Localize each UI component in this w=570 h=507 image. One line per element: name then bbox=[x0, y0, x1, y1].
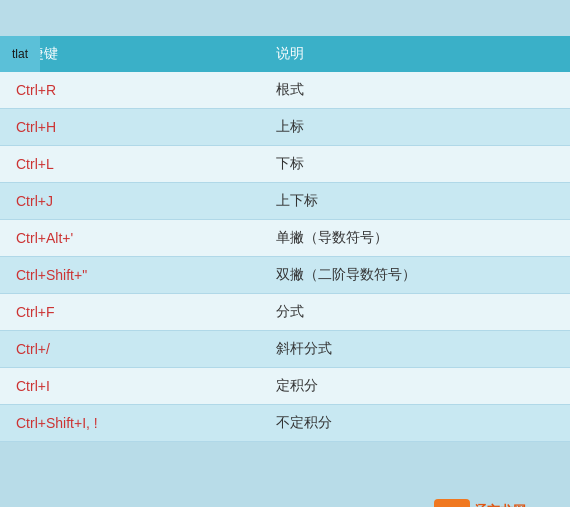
cell-shortcut: Ctrl+H bbox=[0, 109, 260, 146]
table-row: Ctrl+Shift+"双撇（二阶导数符号） bbox=[0, 257, 570, 294]
app-title-bar: tlat bbox=[0, 36, 40, 72]
table-row: Ctrl+L下标 bbox=[0, 146, 570, 183]
main-container: tlat 快捷键 说明 Ctrl+R根式Ctrl+H上标Ctrl+L下标Ctrl… bbox=[0, 36, 570, 507]
cell-description: 斜杆分式 bbox=[260, 331, 570, 368]
watermark-icon: ⊕ bbox=[434, 499, 470, 507]
cell-shortcut: Ctrl+I bbox=[0, 368, 260, 405]
table-row: Ctrl+R根式 bbox=[0, 72, 570, 109]
table-row: Ctrl+I定积分 bbox=[0, 368, 570, 405]
cell-shortcut: Ctrl+J bbox=[0, 183, 260, 220]
column-header-description: 说明 bbox=[260, 36, 570, 72]
table-section: 快捷键 说明 Ctrl+R根式Ctrl+H上标Ctrl+L下标Ctrl+J上下标… bbox=[0, 36, 570, 442]
cell-description: 上下标 bbox=[260, 183, 570, 220]
table-row: Ctrl+H上标 bbox=[0, 109, 570, 146]
cell-shortcut: Ctrl+L bbox=[0, 146, 260, 183]
table-header-row: 快捷键 说明 bbox=[0, 36, 570, 72]
cell-description: 下标 bbox=[260, 146, 570, 183]
table-row: Ctrl+Alt+'单撇（导数符号） bbox=[0, 220, 570, 257]
cell-description: 根式 bbox=[260, 72, 570, 109]
cell-shortcut: Ctrl+Shift+I, ! bbox=[0, 405, 260, 442]
table-row: Ctrl+J上下标 bbox=[0, 183, 570, 220]
cell-description: 分式 bbox=[260, 294, 570, 331]
cell-description: 上标 bbox=[260, 109, 570, 146]
cell-shortcut: Ctrl+Shift+" bbox=[0, 257, 260, 294]
table-row: Ctrl+F分式 bbox=[0, 294, 570, 331]
cell-shortcut: Ctrl+Alt+' bbox=[0, 220, 260, 257]
cell-shortcut: Ctrl+F bbox=[0, 294, 260, 331]
watermark-text-block: 辽宁龙网 www.officezo.com bbox=[474, 502, 562, 507]
cell-shortcut: Ctrl+R bbox=[0, 72, 260, 109]
app-title-text: tlat bbox=[12, 47, 28, 61]
cell-shortcut: Ctrl+/ bbox=[0, 331, 260, 368]
watermark: ⊕ 辽宁龙网 www.officezo.com bbox=[434, 499, 562, 507]
table-row: Ctrl+/斜杆分式 bbox=[0, 331, 570, 368]
shortcuts-table: 快捷键 说明 Ctrl+R根式Ctrl+H上标Ctrl+L下标Ctrl+J上下标… bbox=[0, 36, 570, 442]
cell-description: 双撇（二阶导数符号） bbox=[260, 257, 570, 294]
cell-description: 定积分 bbox=[260, 368, 570, 405]
table-row: Ctrl+Shift+I, !不定积分 bbox=[0, 405, 570, 442]
cell-description: 单撇（导数符号） bbox=[260, 220, 570, 257]
cell-description: 不定积分 bbox=[260, 405, 570, 442]
watermark-site-name: 辽宁龙网 bbox=[474, 502, 526, 507]
